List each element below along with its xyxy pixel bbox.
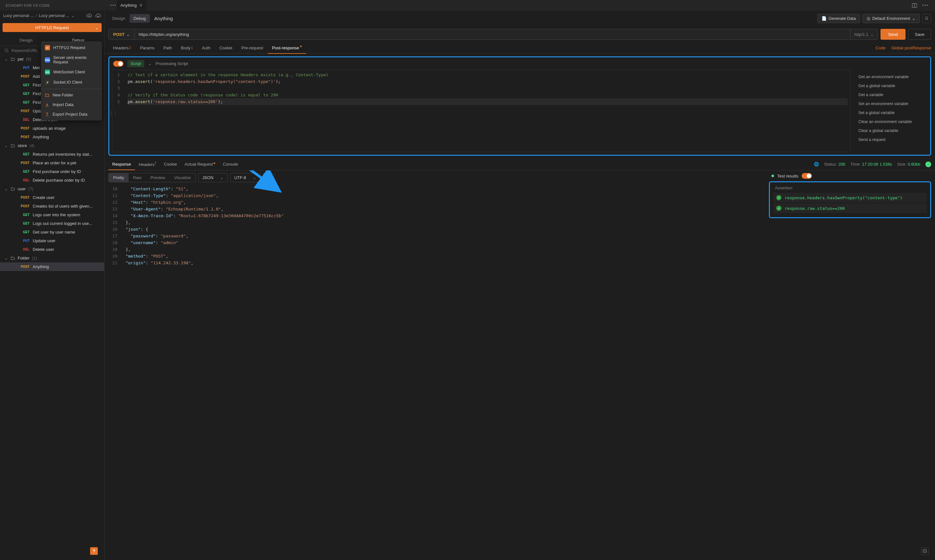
test-results-label: Test results — [777, 174, 798, 178]
snippet-item[interactable]: Send a request — [853, 135, 930, 144]
drag-handle-icon[interactable]: ⋮⋮ — [109, 111, 117, 115]
new-request-dropdown: H HTTP1/2 Request SSE Server sent events… — [41, 42, 102, 120]
protocol-select[interactable]: http/1.1 ⌄ — [850, 29, 878, 39]
list-icon[interactable]: ☰ — [922, 14, 931, 23]
resp-tab-response[interactable]: Response — [108, 158, 135, 170]
tree-item[interactable]: DELDelete purchase order by ID — [0, 176, 104, 185]
resp-tab-cookie[interactable]: Cookie — [160, 158, 181, 170]
snippet-item[interactable]: Get a variable — [853, 90, 930, 99]
url-input[interactable] — [135, 29, 850, 39]
chevron-down-icon: ⌄ — [220, 175, 224, 180]
dropdown-item-http[interactable]: H HTTP1/2 Request — [41, 43, 102, 53]
snippet-item[interactable]: Clear an environment variable — [853, 117, 930, 126]
script-editor[interactable]: // Test if a certain element in the resp… — [125, 70, 850, 152]
cloud-upload-icon[interactable] — [86, 14, 92, 18]
breadcrumb[interactable]: Lucy personal ... / Lucy personal ... ⌄ — [3, 13, 84, 18]
snippet-item[interactable]: Set a global variable — [853, 108, 930, 117]
tree-item[interactable]: GETLogs user into the system — [0, 211, 104, 219]
cloud-download-icon[interactable] — [95, 14, 101, 18]
tree-item[interactable]: GETLogs out current logged in use... — [0, 219, 104, 228]
new-request-button[interactable]: HTTP1/2 Request ⌄ — [3, 23, 102, 32]
tree-item[interactable]: GETReturns pet inventories by stat... — [0, 150, 104, 158]
chevron-down-icon: ⌄ — [253, 175, 256, 180]
environment-select[interactable]: ◎ Default Environment ⌄ — [862, 14, 920, 23]
tree-item[interactable]: POSTCreates list of users with given... — [0, 202, 104, 211]
svg-rect-4 — [267, 176, 269, 179]
snippet-item[interactable]: Get an environment variable — [853, 72, 930, 82]
websocket-icon: WS — [45, 69, 50, 75]
tab-headers[interactable]: Headers2 — [108, 42, 136, 54]
send-button[interactable]: Send — [881, 29, 906, 40]
dropdown-item-websocket[interactable]: WS WebSocket Client — [41, 67, 102, 77]
copy-button[interactable] — [263, 173, 275, 182]
dropdown-item-sse[interactable]: SSE Server sent events Request — [41, 53, 102, 67]
tree-item[interactable]: POSTCreate user — [0, 193, 104, 202]
encoding-select[interactable]: UTF-8⌄ — [230, 173, 260, 182]
tab-path[interactable]: Path — [159, 42, 177, 54]
chevron-down-icon[interactable]: ⌄ — [148, 61, 152, 66]
tree-item[interactable]: DELDelete user — [0, 245, 104, 254]
mode-tab-debug[interactable]: Debug — [130, 14, 150, 23]
tree-item[interactable]: POSTAnything — [0, 132, 104, 141]
script-toggle[interactable] — [113, 61, 123, 67]
tab-params[interactable]: Params — [136, 42, 159, 54]
snippet-item[interactable]: Set an environment variable — [853, 99, 930, 108]
check-icon: ✓ — [776, 206, 781, 211]
tree-item[interactable]: POSTAnything — [0, 262, 104, 271]
code-link[interactable]: Code — [876, 46, 886, 50]
chevron-down-icon[interactable]: ⌄ — [95, 25, 99, 30]
more-icon[interactable]: ••• — [110, 3, 117, 8]
globe-icon[interactable]: 🌐 — [814, 162, 819, 166]
script-type-button[interactable]: Script — [127, 60, 144, 67]
tree-item[interactable]: POSTPlace an order for a pet — [0, 158, 104, 167]
search-icon — [5, 48, 9, 53]
snippet-item[interactable]: Get a global variable — [853, 82, 930, 90]
expand-icon[interactable] — [921, 547, 929, 555]
resp-tab-console[interactable]: Console — [219, 158, 242, 170]
tab-body[interactable]: Body1 — [176, 42, 197, 54]
format-tab-raw[interactable]: Raw — [128, 173, 146, 182]
tab-auth[interactable]: Auth — [197, 42, 215, 54]
dropdown-item-socketio[interactable]: ⚡ Socket.IO Client — [41, 77, 102, 88]
tab-prerequest[interactable]: Pre-request — [237, 42, 268, 54]
more-icon[interactable]: ••• — [922, 3, 929, 8]
snippet-list: Get an environment variableGet a global … — [853, 70, 930, 155]
format-tab-visualize[interactable]: Visualize — [170, 173, 195, 182]
global-postresponse-link[interactable]: Global postResponse — [892, 46, 931, 50]
save-button[interactable]: Save — [908, 29, 931, 40]
tree-item[interactable]: GETGet user by user name — [0, 228, 104, 237]
split-editor-icon[interactable] — [912, 3, 917, 8]
tree-item[interactable]: GETFind purchase order by ID — [0, 167, 104, 176]
resp-tab-headers[interactable]: Headers7 — [135, 158, 160, 170]
top-tab[interactable]: Anything ✕ — [117, 0, 147, 11]
method-select[interactable]: POST ⌄ — [109, 29, 135, 39]
tree-item[interactable]: PUTUpdate user — [0, 237, 104, 245]
svg-point-2 — [5, 49, 8, 52]
breadcrumb-project[interactable]: Lucy personal ... — [39, 13, 69, 18]
test-results-box: Assertion ✓response.headers.hasOwnProper… — [769, 182, 931, 218]
tree-folder-user[interactable]: ⌄user (7) — [0, 185, 104, 193]
dropdown-item-import[interactable]: Import Data — [41, 100, 102, 109]
tree-item[interactable]: POSTuploads an image — [0, 124, 104, 132]
test-results-toggle[interactable] — [802, 173, 812, 179]
import-icon — [45, 103, 49, 107]
tree-folder-store[interactable]: ⌄store (4) — [0, 141, 104, 150]
format-select[interactable]: JSON⌄ — [198, 173, 228, 182]
resp-tab-actual[interactable]: Actual Request — [181, 158, 219, 170]
help-button[interactable]: ? — [90, 547, 98, 555]
format-tab-pretty[interactable]: Pretty — [109, 173, 128, 182]
mode-tab-design[interactable]: Design — [108, 14, 129, 23]
dropdown-item-export[interactable]: Export Project Data — [41, 109, 102, 119]
close-icon[interactable]: ✕ — [139, 3, 143, 8]
format-tab-preview[interactable]: Preview — [146, 173, 170, 182]
breadcrumb-workspace[interactable]: Lucy personal ... — [3, 13, 34, 18]
tab-postresponse[interactable]: Post-response — [268, 42, 307, 54]
snippet-item[interactable]: Clear a global variable — [853, 126, 930, 135]
tab-cookie[interactable]: Cookie — [215, 42, 237, 54]
response-body-view[interactable]: "Content-Length": "51", "Content-Type": … — [120, 185, 765, 560]
chevron-down-icon[interactable]: ⌄ — [71, 13, 75, 18]
dropdown-item-new-folder[interactable]: New Folder — [41, 90, 102, 100]
tree-folder-Folder[interactable]: ⌄Folder (1) — [0, 254, 104, 262]
generate-data-button[interactable]: 📄 Generate Data — [817, 14, 860, 23]
download-icon[interactable]: ↓ — [926, 162, 931, 167]
